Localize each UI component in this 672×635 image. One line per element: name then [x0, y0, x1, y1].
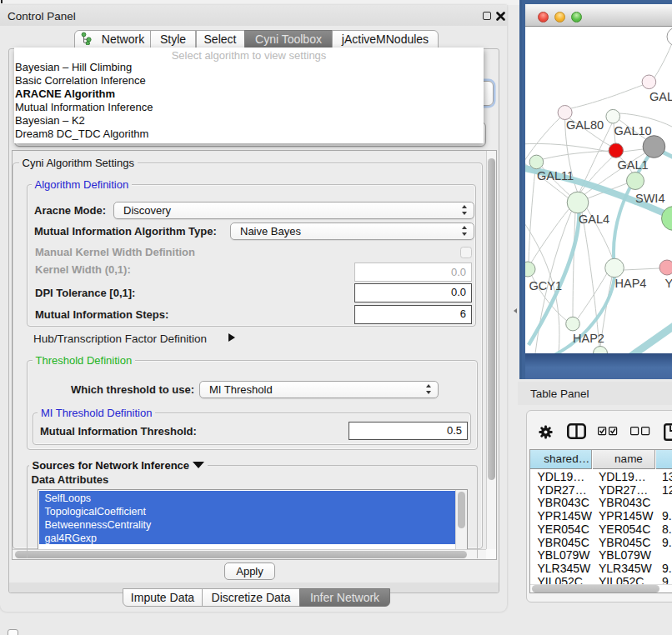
svg-text:HAP2: HAP2 [573, 332, 604, 345]
svg-text:HAP4: HAP4 [615, 277, 647, 290]
svg-text:GCY1: GCY1 [529, 279, 563, 292]
svg-text:Y: Y [665, 277, 672, 290]
svg-text:GAL1: GAL1 [618, 158, 649, 172]
svg-text:SWI4: SWI4 [635, 192, 664, 205]
svg-text:GAL11: GAL11 [537, 169, 574, 182]
svg-text:GAL4: GAL4 [579, 212, 609, 226]
svg-text:GAL10: GAL10 [614, 124, 652, 138]
svg-text:GAL80: GAL80 [566, 118, 604, 132]
svg-text:GAL7: GAL7 [649, 90, 672, 103]
